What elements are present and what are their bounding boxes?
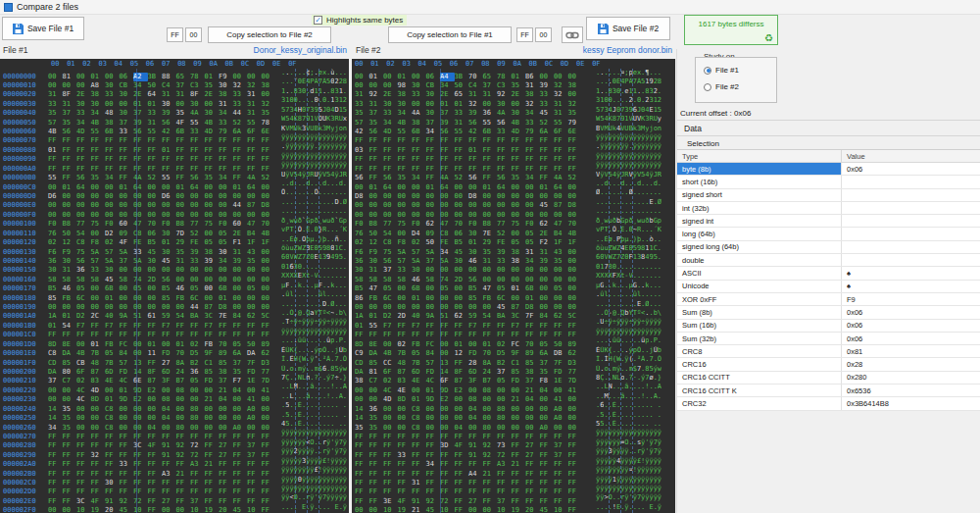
hex-byte[interactable]: 00 — [48, 506, 63, 513]
type-cell[interactable]: ASCII — [677, 267, 842, 279]
hex-byte[interactable]: 19 — [512, 506, 526, 513]
type-cell[interactable]: Unicode — [677, 281, 842, 292]
study-on-groupbox: File #1 File #2 — [695, 57, 777, 103]
hex-byte[interactable]: 45 — [233, 506, 248, 513]
hex-byte[interactable]: 19 — [205, 506, 220, 513]
hex-byte[interactable]: 10 — [190, 506, 205, 513]
ascii-char: . — [343, 411, 347, 421]
hex-byte[interactable]: 10 — [554, 506, 568, 513]
hex-panel-file2[interactable]: 00 01 02 03 04 05 06 07 08 09 0A 0B 0C 0… — [352, 59, 675, 513]
data-type-row[interactable]: CRC160x28 — [677, 358, 980, 371]
refresh-icon[interactable]: ♻ — [764, 32, 773, 43]
data-type-row[interactable]: byte (8b)0x06 — [677, 163, 980, 176]
hex-byte[interactable]: 00 — [176, 506, 191, 513]
type-cell[interactable]: double — [677, 254, 842, 266]
type-cell[interactable]: byte (8b) — [677, 163, 842, 175]
ascii-column-guide — [632, 69, 633, 513]
copy-selection-to-file1-button[interactable]: Copy selection to File #1 — [388, 26, 512, 43]
save-file1-button[interactable]: Save File #1 — [2, 17, 84, 40]
type-cell[interactable]: int (32b) — [677, 202, 842, 214]
hex-byte[interactable]: 00 — [355, 506, 369, 513]
hex-byte[interactable]: 20 — [219, 506, 233, 513]
hex-byte[interactable]: 10 — [497, 506, 512, 513]
hex-byte[interactable]: 10 — [383, 506, 398, 513]
type-cell[interactable]: signed int — [677, 215, 842, 227]
hex-byte[interactable]: 19 — [91, 506, 106, 513]
data-type-row[interactable]: CRC16 CCITT0x280 — [677, 372, 980, 385]
type-cell[interactable]: CRC32 — [677, 397, 842, 409]
fill-ff-right-button[interactable]: FF — [516, 27, 533, 42]
type-cell[interactable]: short (16b) — [677, 176, 842, 187]
hex-byte[interactable]: FF — [455, 506, 469, 513]
type-cell[interactable]: signed short — [677, 189, 842, 201]
hex-byte[interactable]: 45 — [120, 506, 134, 513]
hex-byte[interactable]: 19 — [398, 506, 413, 513]
data-type-row[interactable]: Sum (32b)0x06 — [677, 333, 980, 345]
hex-byte[interactable]: 20 — [525, 506, 540, 513]
ascii-char: R — [658, 171, 662, 180]
type-cell[interactable]: XOR 0xFF — [677, 293, 842, 305]
ascii-char: . — [658, 411, 662, 421]
data-type-row[interactable]: double — [677, 254, 980, 267]
type-cell[interactable]: Sum (32b) — [677, 333, 842, 344]
ascii-char: . — [343, 87, 347, 97]
hex-byte[interactable]: 00 — [369, 506, 384, 513]
data-type-row[interactable]: long (64b) — [677, 228, 980, 240]
type-cell[interactable]: CRC8 — [677, 345, 842, 357]
hex-rows-file1[interactable]: 00000000008100010006A23B88657801F9000000… — [0, 69, 349, 512]
hex-row: 00016400000164000001640000016400..d...d.… — [352, 180, 675, 188]
study-file2-label: File #2 — [715, 82, 739, 91]
hex-byte[interactable]: 00 — [468, 506, 483, 513]
hex-byte[interactable]: 10 — [76, 506, 91, 513]
hex-byte[interactable]: 45 — [426, 506, 441, 513]
highlights-same-bytes-checkbox[interactable]: ✓ Highlights same bytes — [312, 15, 407, 26]
study-file2-radio[interactable]: File #2 — [704, 82, 776, 91]
hex-byte[interactable]: 00 — [63, 506, 77, 513]
data-type-row[interactable]: Unicode♠ — [677, 281, 980, 293]
data-type-row[interactable]: signed short — [677, 189, 980, 202]
type-cell[interactable]: Sum (8b) — [677, 306, 842, 318]
fill-00-right-button[interactable]: 00 — [535, 27, 552, 42]
data-type-row[interactable]: short (16b) — [677, 176, 980, 188]
fill-00-left-button[interactable]: 00 — [185, 27, 202, 42]
ascii-char: ÿ — [658, 438, 662, 448]
data-type-row[interactable]: signed long (64b) — [677, 241, 980, 254]
data-type-row[interactable]: CRC16 CCITT K0x6536 — [677, 385, 980, 397]
type-cell[interactable]: Sum (16b) — [677, 320, 842, 332]
hex-byte[interactable]: FF — [262, 506, 276, 513]
hex-row: 00000200DA806F876DFD148F6D2436853835FD77… — [0, 365, 349, 374]
hex-byte[interactable]: 10 — [440, 506, 455, 513]
hex-byte[interactable]: 10 — [247, 506, 262, 513]
data-type-row[interactable]: CRC320x3B6414B8 — [677, 397, 980, 410]
hex-rows-file2[interactable]: 000100010006A43B70657801B6000000......¤;… — [352, 69, 675, 512]
data-type-row[interactable]: CRC80x81 — [677, 345, 980, 358]
hex-byte[interactable]: 00 — [483, 506, 498, 513]
data-type-row[interactable]: signed int — [677, 215, 980, 228]
hex-panel-file1[interactable]: 00 01 02 03 04 05 06 07 08 09 0A 0B 0C 0… — [0, 59, 349, 513]
data-type-row[interactable]: Sum (16b)0x06 — [677, 320, 980, 333]
type-cell[interactable]: long (64b) — [677, 228, 842, 239]
data-type-row[interactable]: Sum (8b)0x06 — [677, 306, 980, 319]
hex-row: FFFFFFFFFFFFFFFFFFFFFFFFFFFFFFFFÿÿÿÿÿÿÿÿ… — [352, 328, 675, 336]
save-file2-button[interactable]: Save File #2 — [586, 17, 670, 40]
hex-byte[interactable]: FF — [148, 506, 163, 513]
data-type-row[interactable]: int (32b) — [677, 202, 980, 215]
hex-byte[interactable]: FF — [568, 506, 583, 513]
type-cell[interactable]: CRC16 — [677, 358, 842, 370]
hex-byte[interactable]: 00 — [162, 506, 176, 513]
type-cell[interactable]: signed long (64b) — [677, 241, 842, 253]
copy-selection-to-file2-button[interactable]: Copy selection to File #2 — [208, 26, 331, 43]
hex-byte[interactable]: 20 — [105, 506, 120, 513]
fill-ff-left-button[interactable]: FF — [167, 27, 183, 42]
type-cell[interactable]: CRC16 CCITT K — [677, 385, 842, 396]
hex-row: 000002C0FFFFFFFF30FFFFFFFFFFFFFFFFFFFFFF… — [0, 476, 349, 485]
data-type-row[interactable]: XOR 0xFFF9 — [677, 293, 980, 306]
study-file1-label: File #1 — [715, 66, 739, 75]
hex-byte[interactable]: 45 — [540, 506, 555, 513]
hex-byte[interactable]: 21 — [412, 506, 426, 513]
type-cell[interactable]: CRC16 CCITT — [677, 372, 842, 384]
data-type-row[interactable]: ASCII♠ — [677, 267, 980, 280]
hex-column-header: 00 01 02 03 04 05 06 07 08 09 0A 0B 0C 0… — [352, 59, 675, 69]
link-scroll-button[interactable] — [562, 26, 583, 43]
study-file1-radio[interactable]: File #1 — [704, 66, 776, 75]
